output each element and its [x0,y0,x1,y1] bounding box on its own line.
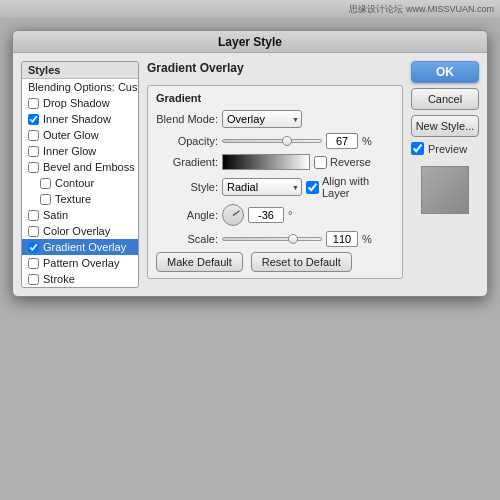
ok-button[interactable]: OK [411,61,479,83]
gradient-overlay-label: Gradient Overlay [43,241,126,253]
styles-panel-title: Styles [22,62,138,79]
angle-dial[interactable] [222,204,244,226]
style-select-wrapper[interactable]: Radial Linear Angle Reflected Diamond [222,178,302,196]
gradient-row: Gradient: Reverse [156,154,394,170]
blending-options-label: Blending Options: Custom [28,81,139,93]
bevel-emboss-checkbox[interactable] [28,162,39,173]
scale-row: Scale: % [156,231,394,247]
reset-to-default-button[interactable]: Reset to Default [251,252,352,272]
satin-checkbox[interactable] [28,210,39,221]
bevel-emboss-label: Bevel and Emboss [43,161,135,173]
align-with-layer-text: Align with Layer [322,175,394,199]
style-label: Style: [156,181,218,193]
sidebar-item-stroke[interactable]: Stroke [22,271,138,287]
sidebar-item-bevel-emboss[interactable]: Bevel and Emboss [22,159,138,175]
top-bar: 思缘设计论坛 www.MISSVUAN.com [0,0,500,18]
satin-label: Satin [43,209,68,221]
style-row: Style: Radial Linear Angle Reflected Dia… [156,175,394,199]
preview-swatch [421,166,469,214]
scale-unit: % [362,233,372,245]
opacity-input[interactable] [326,133,358,149]
gradient-overlay-checkbox[interactable] [28,242,39,253]
new-style-button[interactable]: New Style... [411,115,479,137]
dialog-body: Styles Blending Options: Custom Drop Sha… [13,53,487,296]
stroke-label: Stroke [43,273,75,285]
scale-input[interactable] [326,231,358,247]
layer-style-dialog: Layer Style Styles Blending Options: Cus… [12,30,488,297]
sidebar-item-blending-options[interactable]: Blending Options: Custom [22,79,138,95]
color-overlay-label: Color Overlay [43,225,110,237]
pattern-overlay-checkbox[interactable] [28,258,39,269]
preview-text: Preview [428,143,467,155]
color-overlay-checkbox[interactable] [28,226,39,237]
texture-checkbox[interactable] [40,194,51,205]
section-title: Gradient Overlay [147,61,403,75]
watermark: 思缘设计论坛 www.MISSVUAN.com [349,3,494,16]
sidebar-item-drop-shadow[interactable]: Drop Shadow [22,95,138,111]
right-panel: OK Cancel New Style... Preview [411,61,479,288]
sidebar-item-color-overlay[interactable]: Color Overlay [22,223,138,239]
dialog-title: Layer Style [218,35,282,49]
inner-shadow-label: Inner Shadow [43,113,111,125]
blend-mode-row: Blend Mode: Overlay Normal Multiply Scre… [156,110,394,128]
gradient-swatch[interactable] [222,154,310,170]
blend-mode-label: Blend Mode: [156,113,218,125]
sidebar-item-inner-shadow[interactable]: Inner Shadow [22,111,138,127]
preview-checkbox[interactable] [411,142,424,155]
contour-label: Contour [55,177,94,189]
opacity-row: Opacity: % [156,133,394,149]
reverse-checkbox-label[interactable]: Reverse [314,156,371,169]
stroke-checkbox[interactable] [28,274,39,285]
style-select[interactable]: Radial Linear Angle Reflected Diamond [222,178,302,196]
gradient-section-title: Gradient [156,92,394,104]
sidebar-item-pattern-overlay[interactable]: Pattern Overlay [22,255,138,271]
dialog-titlebar: Layer Style [13,31,487,53]
outer-glow-checkbox[interactable] [28,130,39,141]
align-with-layer-checkbox[interactable] [306,181,319,194]
main-panel: Gradient Overlay Gradient Blend Mode: Ov… [147,61,403,288]
sidebar-item-contour[interactable]: Contour [22,175,138,191]
opacity-slider[interactable] [222,139,322,143]
reverse-checkbox[interactable] [314,156,327,169]
contour-checkbox[interactable] [40,178,51,189]
blend-mode-select[interactable]: Overlay Normal Multiply Screen [222,110,302,128]
make-default-button[interactable]: Make Default [156,252,243,272]
angle-label: Angle: [156,209,218,221]
texture-label: Texture [55,193,91,205]
angle-input[interactable] [248,207,284,223]
gradient-label: Gradient: [156,156,218,168]
angle-row: Angle: ° [156,204,394,226]
scale-slider[interactable] [222,237,322,241]
styles-panel: Styles Blending Options: Custom Drop Sha… [21,61,139,288]
inner-glow-label: Inner Glow [43,145,96,157]
opacity-label: Opacity: [156,135,218,147]
preview-label[interactable]: Preview [411,142,479,155]
styles-list: Blending Options: Custom Drop Shadow Inn… [22,79,138,287]
angle-unit: ° [288,209,292,221]
drop-shadow-checkbox[interactable] [28,98,39,109]
sidebar-item-inner-glow[interactable]: Inner Glow [22,143,138,159]
gradient-section: Gradient Blend Mode: Overlay Normal Mult… [147,85,403,279]
blend-mode-select-wrapper[interactable]: Overlay Normal Multiply Screen [222,110,302,128]
pattern-overlay-label: Pattern Overlay [43,257,119,269]
inner-shadow-checkbox[interactable] [28,114,39,125]
outer-glow-label: Outer Glow [43,129,99,141]
sidebar-item-texture[interactable]: Texture [22,191,138,207]
drop-shadow-label: Drop Shadow [43,97,110,109]
inner-glow-checkbox[interactable] [28,146,39,157]
align-with-layer-label[interactable]: Align with Layer [306,175,394,199]
btn-row: Make Default Reset to Default [156,252,394,272]
cancel-button[interactable]: Cancel [411,88,479,110]
sidebar-item-outer-glow[interactable]: Outer Glow [22,127,138,143]
sidebar-item-satin[interactable]: Satin [22,207,138,223]
opacity-unit: % [362,135,372,147]
scale-label: Scale: [156,233,218,245]
sidebar-item-gradient-overlay[interactable]: Gradient Overlay [22,239,138,255]
reverse-label: Reverse [330,156,371,168]
